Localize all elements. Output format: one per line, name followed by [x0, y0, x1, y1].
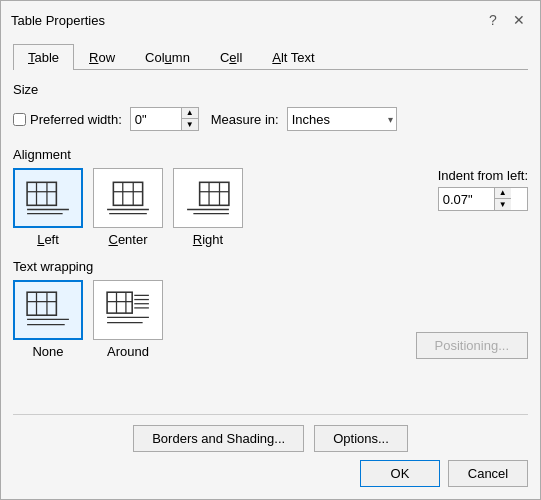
ok-button[interactable]: OK — [360, 460, 440, 487]
alignment-section: Alignment — [13, 147, 528, 247]
wrap-option-around[interactable]: Around — [93, 280, 163, 359]
size-label: Size — [13, 82, 528, 97]
options-button[interactable]: Options... — [314, 425, 408, 452]
align-label-center: Center — [108, 232, 147, 247]
measure-select[interactable]: Inches Centimeters Millimeters Points Pi… — [287, 107, 397, 131]
dialog-title: Table Properties — [11, 13, 105, 28]
tab-table[interactable]: Table — [13, 44, 74, 70]
alignment-row: Left — [13, 168, 528, 247]
size-row: Preferred width: ▲ ▼ Measure in: Inches … — [13, 103, 528, 135]
svg-rect-0 — [27, 182, 56, 205]
align-box-left[interactable] — [13, 168, 83, 228]
indent-spinbox: ▲ ▼ — [438, 187, 528, 211]
tab-cell[interactable]: Cell — [205, 44, 257, 70]
table-properties-dialog: Table Properties ? ✕ Table Row Column Ce… — [0, 0, 541, 500]
measure-in-label: Measure in: — [211, 112, 279, 127]
preferred-width-spinbox: ▲ ▼ — [130, 107, 199, 131]
wrapping-row: None — [13, 280, 163, 359]
alignment-label: Alignment — [13, 147, 528, 162]
align-box-center[interactable] — [93, 168, 163, 228]
indent-spinbox-buttons: ▲ ▼ — [494, 188, 511, 210]
align-option-left[interactable]: Left — [13, 168, 83, 247]
bottom-section: Borders and Shading... Options... OK Can… — [13, 414, 528, 487]
align-options: Left — [13, 168, 243, 247]
measure-select-wrapper: Inches Centimeters Millimeters Points Pi… — [287, 107, 397, 131]
borders-shading-button[interactable]: Borders and Shading... — [133, 425, 304, 452]
wrap-label-none: None — [32, 344, 63, 359]
svg-rect-18 — [27, 292, 56, 315]
wrap-option-none[interactable]: None — [13, 280, 83, 359]
indent-from-left-label: Indent from left: — [438, 168, 528, 183]
svg-rect-12 — [200, 182, 229, 205]
indent-input[interactable] — [439, 188, 494, 210]
wrap-label-around: Around — [107, 344, 149, 359]
align-option-right[interactable]: Right — [173, 168, 243, 247]
wrapping-content: None — [13, 280, 528, 359]
indent-spin-down-button[interactable]: ▼ — [495, 199, 511, 210]
wrap-box-none[interactable] — [13, 280, 83, 340]
ok-cancel-row: OK Cancel — [13, 460, 528, 487]
tab-row[interactable]: Row — [74, 44, 130, 70]
align-label-right: Right — [193, 232, 223, 247]
middle-buttons: Borders and Shading... Options... — [13, 425, 528, 452]
title-actions: ? ✕ — [482, 9, 530, 31]
align-option-center[interactable]: Center — [93, 168, 163, 247]
preferred-width-label: Preferred width: — [30, 112, 122, 127]
title-bar: Table Properties ? ✕ — [1, 1, 540, 35]
help-button[interactable]: ? — [482, 9, 504, 31]
text-wrapping-label: Text wrapping — [13, 259, 528, 274]
align-label-left: Left — [37, 232, 59, 247]
preferred-width-input[interactable] — [131, 108, 181, 130]
title-bar-left: Table Properties — [11, 13, 105, 28]
spin-up-button[interactable]: ▲ — [182, 108, 198, 119]
size-section: Size Preferred width: ▲ ▼ Measure in: I — [13, 82, 528, 135]
close-button[interactable]: ✕ — [508, 9, 530, 31]
text-wrapping-section: Text wrapping — [13, 259, 528, 402]
cancel-button[interactable]: Cancel — [448, 460, 528, 487]
align-box-right[interactable] — [173, 168, 243, 228]
tab-alt-text[interactable]: Alt Text — [257, 44, 329, 70]
spin-down-button[interactable]: ▼ — [182, 119, 198, 130]
positioning-button[interactable]: Positioning... — [416, 332, 528, 359]
indent-spin-up-button[interactable]: ▲ — [495, 188, 511, 199]
preferred-width-checkbox[interactable] — [13, 113, 26, 126]
spinbox-buttons: ▲ ▼ — [181, 108, 198, 130]
indent-group: Indent from left: ▲ ▼ — [438, 168, 528, 211]
dialog-content: Table Row Column Cell Alt Text Size Pref… — [1, 35, 540, 499]
positioning-btn-container: Positioning... — [416, 332, 528, 359]
tabs-bar: Table Row Column Cell Alt Text — [13, 43, 528, 70]
svg-rect-6 — [113, 182, 142, 205]
tab-column[interactable]: Column — [130, 44, 205, 70]
svg-rect-24 — [107, 292, 132, 313]
wrap-box-around[interactable] — [93, 280, 163, 340]
preferred-width-checkbox-label[interactable]: Preferred width: — [13, 112, 122, 127]
